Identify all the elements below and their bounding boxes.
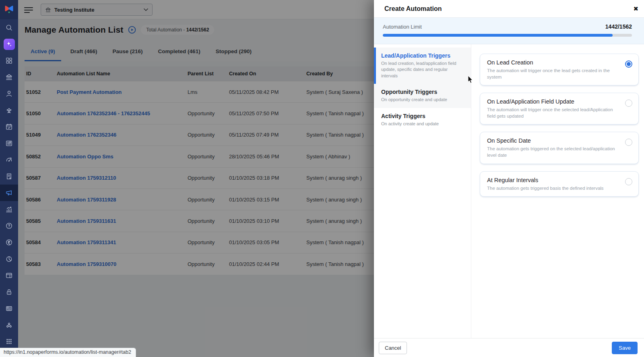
- option-on-lead-creation[interactable]: On Lead Creation The automation will tri…: [480, 54, 639, 85]
- institute-bank-icon[interactable]: [0, 69, 18, 85]
- trigger-title: Activity Triggers: [381, 113, 464, 119]
- performance-gauge-icon[interactable]: [0, 152, 18, 168]
- page-title: Manage Automation List: [25, 25, 123, 35]
- cell-name: Automation 1759311631: [55, 218, 186, 224]
- cell-created-on: 01/10/2025 03:05 PM: [227, 239, 305, 245]
- radio-unselected[interactable]: [625, 100, 632, 107]
- user-icon[interactable]: [0, 85, 18, 102]
- cell-created-on: 01/10/2025 03:15 PM: [227, 197, 305, 203]
- automation-link[interactable]: Automation 1759312110: [57, 175, 116, 181]
- cell-id: 50852: [25, 154, 55, 160]
- trigger-desc: On opportunity create and update: [381, 97, 464, 103]
- payments-rupee-icon[interactable]: [0, 234, 18, 251]
- tab-active[interactable]: Active (9): [25, 43, 61, 61]
- automation-limit-section: Automation Limit 1442/1562: [374, 18, 644, 44]
- cancel-button[interactable]: Cancel: [379, 342, 407, 354]
- search-icon[interactable]: [0, 19, 18, 36]
- dashboard-grid-icon[interactable]: [0, 52, 18, 69]
- automation-link[interactable]: Automation 1759310070: [57, 261, 116, 267]
- radio-unselected[interactable]: [625, 178, 632, 185]
- cell-name: Automation 1759310070: [55, 261, 186, 267]
- chevron-down-icon: [144, 8, 148, 11]
- automation-link[interactable]: Automation 1759311928: [57, 197, 116, 203]
- option-title: On Lead Creation: [487, 59, 616, 66]
- security-lock-icon[interactable]: [0, 284, 18, 300]
- tab-pause[interactable]: Pause (216): [107, 43, 149, 61]
- trigger-item-activity[interactable]: Activity Triggers On activity create and…: [374, 108, 471, 132]
- close-icon[interactable]: ✖: [633, 6, 638, 12]
- automation-megaphone-icon[interactable]: [0, 185, 18, 201]
- save-button[interactable]: Save: [612, 342, 638, 354]
- option-title: On Specific Date: [487, 137, 616, 144]
- radio-selected[interactable]: [625, 60, 632, 68]
- cell-created-on: 05/11/2025 07:49 PM: [227, 132, 305, 138]
- cell-id: 50587: [25, 175, 55, 181]
- hamburger-menu-icon[interactable]: [24, 7, 33, 13]
- pie-chart-icon[interactable]: [0, 251, 18, 267]
- option-on-field-update[interactable]: On Lead/Application Field Update The aut…: [480, 93, 639, 125]
- option-desc: The automation will trigger once the lea…: [487, 67, 616, 80]
- automation-link[interactable]: Automation 1759311341: [57, 239, 116, 245]
- report-doc-check-icon[interactable]: [0, 168, 18, 185]
- tab-bar: Active (9) Draft (466) Pause (216) Compl…: [25, 43, 258, 61]
- id-card-icon[interactable]: [0, 300, 18, 317]
- tab-draft[interactable]: Draft (466): [64, 43, 103, 61]
- link-preview-statusbar: https://in1.nopaperforms.io/automation/l…: [0, 348, 136, 357]
- play-help-icon[interactable]: [128, 26, 136, 34]
- total-automation-chip: Total Automation - 1442/1562: [141, 25, 214, 35]
- automation-limit-progressbar: [383, 34, 632, 37]
- trigger-category-list: Lead/Application Triggers On lead creati…: [374, 44, 471, 338]
- automation-limit-fill: [383, 34, 613, 37]
- trigger-options-panel: On Lead Creation The automation will tri…: [471, 44, 644, 338]
- sidebar: [0, 0, 18, 357]
- cell-id: 50583: [25, 261, 55, 267]
- option-at-regular-intervals[interactable]: At Regular Intervals The automation gets…: [480, 171, 639, 197]
- forms-news-icon[interactable]: [0, 135, 18, 152]
- ai-assistant-icon[interactable]: [0, 36, 18, 52]
- automation-link[interactable]: Automation Oppo Sms: [57, 154, 114, 160]
- cell-created-on: 01/10/2025 03:18 PM: [227, 175, 305, 181]
- total-automation-value: 1442/1562: [186, 27, 209, 33]
- option-desc: The automation will trigger once the sel…: [487, 106, 616, 119]
- cell-created-on: 28/10/2025 05:46 PM: [227, 154, 305, 160]
- cell-parent: Opportunity: [186, 132, 227, 138]
- trigger-desc: On activity create and update: [381, 121, 464, 127]
- trigger-item-opportunity[interactable]: Opportunity Triggers On opportunity crea…: [374, 84, 471, 108]
- cell-created-on: 01/10/2025 02:44 PM: [227, 261, 305, 267]
- meritto-logo[interactable]: [0, 0, 18, 19]
- option-on-specific-date[interactable]: On Specific Date The automation gets tri…: [480, 132, 639, 164]
- col-header-id: ID: [25, 71, 55, 77]
- cell-created-on: 01/10/2025 03:10 PM: [227, 218, 305, 224]
- drawer-footer: Cancel Save: [374, 338, 644, 357]
- cell-name: Automation 1759311928: [55, 197, 186, 203]
- option-desc: The automation gets triggered on the sel…: [487, 145, 616, 158]
- trigger-item-lead-application[interactable]: Lead/Application Triggers On lead creati…: [374, 48, 471, 84]
- cell-name: Automation 1762352346 - 1762352445: [55, 110, 186, 116]
- cell-parent: Opportunity: [186, 197, 227, 203]
- cell-parent: Lms: [186, 89, 227, 95]
- cell-parent: Opportunity: [186, 261, 227, 267]
- analytics-growth-icon[interactable]: [0, 201, 18, 218]
- web-window-icon[interactable]: [0, 267, 18, 284]
- option-desc: The automation gets triggered basis the …: [487, 185, 616, 191]
- integration-cluster-icon[interactable]: [0, 317, 18, 333]
- automation-limit-label: Automation Limit: [383, 24, 422, 30]
- tab-completed[interactable]: Completed (461): [152, 43, 206, 61]
- institute-selector[interactable]: Testing Institute: [41, 4, 153, 16]
- cell-created-on: 05/11/2025 08:42 PM: [227, 89, 305, 95]
- calendar-check-icon[interactable]: [0, 118, 18, 135]
- radio-unselected[interactable]: [625, 139, 632, 146]
- lead-distribution-icon[interactable]: [0, 102, 18, 118]
- automation-link[interactable]: Post Payment Automation: [57, 89, 122, 95]
- drawer-title: Create Automation: [384, 5, 442, 12]
- automation-link[interactable]: Automation 1762352346: [57, 132, 116, 138]
- automation-link[interactable]: Automation 1762352346 - 1762352445: [57, 110, 150, 116]
- tab-stopped[interactable]: Stopped (290): [210, 43, 258, 61]
- apps-grid-icon[interactable]: [0, 333, 18, 350]
- automation-link[interactable]: Automation 1759311631: [57, 218, 116, 224]
- cell-parent: Opportunity: [186, 239, 227, 245]
- help-circle-icon[interactable]: [0, 218, 18, 234]
- cell-parent: Opportunity: [186, 175, 227, 181]
- cell-id: 50586: [25, 197, 55, 203]
- sidebar-nav: [0, 19, 18, 350]
